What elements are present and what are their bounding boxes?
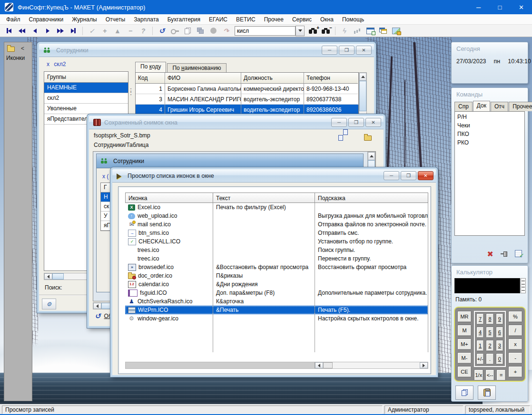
menu-service[interactable]: Сервис [288, 15, 316, 24]
icon-row[interactable]: trees.ico Поиск группы. [125, 246, 428, 254]
scroll-left-button[interactable] [93, 303, 101, 309]
col-phone[interactable]: Телефон [304, 73, 358, 84]
menu-salary[interactable]: Зарплата [129, 15, 163, 24]
scroll-thumb[interactable] [359, 81, 366, 111]
menu-help[interactable]: Помощь [338, 15, 368, 24]
confirm-button[interactable]: ✓ [86, 26, 98, 36]
calc-0-button[interactable]: 0 [496, 353, 503, 365]
menu-references[interactable]: Справочники [25, 15, 68, 24]
icon-row[interactable]: ♟OtchSverkaRasch.ico К&арточка [125, 297, 428, 306]
calc-7-button[interactable]: 7 [476, 313, 484, 325]
calc-5-button[interactable]: 5 [486, 327, 493, 338]
filter-name-link[interactable]: скл2 [54, 61, 66, 68]
menu-vetis[interactable]: ВЕТИС [232, 15, 260, 24]
find-prev-button[interactable]: − [320, 26, 332, 36]
menu-journals[interactable]: Журналы [68, 15, 101, 24]
sidebar-collapse-button[interactable]: < [21, 45, 24, 52]
icon-viewer-minimize-button[interactable]: ─ [384, 171, 399, 180]
icon-row[interactable]: treec.ico Перенести в группу. [125, 254, 428, 263]
scroll-right-button[interactable] [420, 362, 428, 368]
calc-1-button[interactable]: 1 [476, 340, 484, 351]
close-button[interactable]: ✕ [511, 0, 532, 14]
tab-by-name[interactable]: По наименованию [167, 63, 226, 73]
move-button[interactable] [194, 26, 207, 36]
calc-copy-button[interactable] [455, 386, 473, 400]
employees-maximize-button[interactable]: ❐ [339, 46, 355, 55]
group-item[interactable]: скл2 [44, 93, 128, 104]
forward-button[interactable]: ↷ [220, 26, 232, 36]
nav-first-button[interactable] [3, 26, 15, 36]
add-record-button[interactable]: + [99, 26, 111, 36]
search-input[interactable] [235, 26, 296, 36]
tab-otch[interactable]: Отч [491, 102, 508, 111]
scroll-thumb[interactable] [323, 362, 333, 368]
menu-file[interactable]: Файл [2, 15, 25, 24]
maximize-button[interactable]: □ [489, 0, 511, 14]
filter-remove-button[interactable]: х [47, 61, 49, 68]
nav-next-fast-button[interactable] [54, 26, 67, 36]
minimize-button[interactable]: ─ [468, 0, 489, 14]
group-item[interactable]: Уволенные [44, 104, 128, 114]
delete-record-button[interactable]: − [124, 26, 137, 36]
menu-reports[interactable]: Отчеты [101, 15, 129, 24]
calc-subtract-button[interactable]: - [508, 352, 522, 364]
nav-next-button[interactable] [41, 26, 54, 36]
calc-mr-button[interactable]: MR [457, 311, 472, 322]
refresh-button[interactable]: ↺ [156, 26, 168, 36]
icon-table-hscrollbar[interactable] [125, 362, 428, 369]
icon-row[interactable]: →btn_sms.ico Отправить смс. [125, 229, 428, 237]
command-item[interactable]: Р/Н [455, 113, 524, 121]
main-titlebar[interactable]: ФинСофт:КупецЪ - МАКЕТ (Администратор) ─… [0, 0, 532, 14]
icon-row[interactable]: fsguid.ICO Доп. пара&метры (F8) Дополнит… [125, 289, 428, 297]
pin-button[interactable] [501, 251, 508, 258]
calc-backspace-button[interactable]: <-- [485, 369, 495, 381]
calc-percent-button[interactable]: % [508, 311, 522, 322]
menu-accounting[interactable]: Бухгалтерия [163, 15, 205, 24]
stop-button[interactable] [207, 26, 219, 36]
col-code[interactable]: Код [136, 73, 165, 84]
menu-windows[interactable]: Окна [316, 15, 338, 24]
snapshot-close-button[interactable]: ✕ [365, 118, 381, 127]
calc-2-button[interactable]: 2 [486, 340, 493, 351]
icon-row[interactable]: XExcel.ico Печать по фильтру (Excel) [125, 203, 428, 212]
calc-9-button[interactable]: 9 [496, 313, 503, 325]
col-position[interactable]: Должность [241, 73, 304, 84]
scroll-left-button[interactable] [315, 362, 323, 368]
col-text[interactable]: Текст [213, 193, 315, 203]
calc-inverse-button[interactable]: 1/x [474, 369, 483, 381]
employees-window-titlebar[interactable]: Сотрудники ─ ❐ ✕ [39, 44, 374, 57]
calc-decimal-button[interactable]: . [486, 353, 493, 365]
search-dropdown-button[interactable] [296, 26, 305, 36]
employee-row[interactable]: 3 МАСИН АЛЕКСАНДР ГРИГОРЬ водитель-экспе… [136, 94, 358, 105]
calc-3-button[interactable]: 3 [496, 340, 503, 351]
calc-multiply-button[interactable]: x [508, 338, 522, 350]
icon-row[interactable]: ⚙window-gear.ico Настройка скрытых контр… [125, 314, 428, 323]
nav-last-button[interactable] [67, 26, 79, 36]
settings-gear-button[interactable]: ⚙ [42, 299, 56, 309]
pane-splitter[interactable]: ⁚⁚ [130, 89, 132, 94]
scroll-up-button[interactable] [359, 73, 366, 81]
snapshot-window-titlebar[interactable]: Сохраненный снимок окна ─ ❐ ✕ [89, 116, 384, 129]
icon-viewer-titlebar[interactable]: Просмотр списка иконок в окне ─ ❐ ✕ [112, 169, 436, 183]
icon-row[interactable]: ↑web_upload.ico Выгрузка данных для моби… [125, 212, 428, 220]
copy-button[interactable] [181, 26, 194, 36]
col-icon[interactable]: Иконка [125, 193, 213, 203]
calc-add-button[interactable]: + [508, 366, 522, 377]
edit-record-button[interactable]: ▲ [111, 26, 124, 36]
icon-row-selected[interactable]: WizPrn.ICO &Печать Печать (F5). [125, 306, 428, 314]
icon-viewer-maximize-button[interactable]: ❐ [401, 171, 416, 180]
calc-8-button[interactable]: 8 [486, 313, 493, 325]
calc-ce-button[interactable]: CE [457, 366, 472, 377]
help-button[interactable]: ? [137, 26, 149, 36]
icon-row[interactable]: ✓CHECKALL.ICO Установить отбор по группе… [125, 237, 428, 246]
icon-row[interactable]: ✉mail send.ico Отправка файлов по электр… [125, 220, 428, 229]
command-item[interactable]: ПКО [455, 130, 524, 138]
tab-prochee[interactable]: Прочее [509, 102, 532, 111]
chart-button[interactable] [351, 26, 364, 36]
col-hint[interactable]: Подсказка [315, 193, 428, 203]
calc-mplus-button[interactable]: M+ [457, 338, 472, 350]
tab-dok[interactable]: Док [473, 101, 490, 111]
calc-divide-button[interactable]: / [508, 325, 522, 336]
employee-row[interactable]: 1 Борисенко Галина Анатольевна коммерчес… [136, 84, 358, 94]
snapshot-folder-button[interactable] [364, 134, 374, 142]
